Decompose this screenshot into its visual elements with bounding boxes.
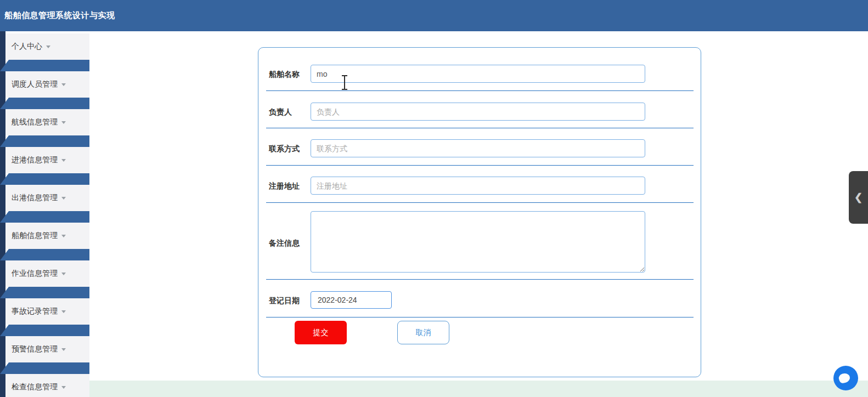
sidebar-divider-band [0, 325, 89, 336]
field-label-remarks: 备注信息 [269, 239, 307, 248]
top-header-bar: 船舶信息管理系统设计与实现 [0, 0, 868, 31]
chevron-down-icon [61, 197, 66, 200]
sidebar-divider-band [0, 211, 89, 223]
person-in-charge-input[interactable] [311, 103, 645, 121]
remarks-textarea[interactable] [311, 211, 645, 273]
app-title: 船舶信息管理系统设计与实现 [4, 10, 115, 21]
page: 船舶信息管理系统设计与实现 个人中心 调度人员管理 [0, 0, 868, 397]
row-divider [266, 317, 694, 317]
row-divider [266, 128, 694, 128]
chevron-down-icon [61, 159, 66, 162]
sidebar-item-label: 出港信息管理 [12, 193, 58, 203]
chevron-down-icon [61, 386, 66, 389]
footer-strip [89, 381, 868, 397]
sidebar-divider-band [0, 287, 89, 298]
sidebar-item-dispatcher-mgmt[interactable]: 调度人员管理 [5, 71, 89, 98]
sidebar-item-outbound-port-mgmt[interactable]: 出港信息管理 [5, 185, 89, 211]
field-label-registration-date: 登记日期 [269, 296, 307, 306]
sidebar-item-label: 预警信息管理 [12, 344, 58, 354]
chevron-down-icon [61, 310, 66, 313]
registered-address-input[interactable] [311, 177, 645, 195]
sidebar-divider-band [0, 98, 89, 109]
row-divider [266, 90, 694, 91]
sidebar-divider-band [0, 60, 89, 71]
sidebar-divider-band [0, 362, 89, 374]
field-label-contact: 联系方式 [269, 144, 307, 154]
sidebar-item-label: 调度人员管理 [12, 80, 58, 89]
row-divider [266, 165, 694, 166]
sidebar-divider-band [0, 173, 89, 185]
row-divider [266, 279, 694, 280]
registration-date-input[interactable] [311, 291, 392, 309]
sidebar-item-inspection-info-mgmt[interactable]: 检查信息管理 [5, 374, 89, 397]
sidebar-edge-strip [0, 31, 5, 397]
sidebar-item-route-info-mgmt[interactable]: 航线信息管理 [5, 109, 89, 135]
sidebar-item-label: 个人中心 [12, 42, 42, 52]
chat-bubble-icon [838, 372, 851, 384]
sidebar-item-accident-record-mgmt[interactable]: 事故记录管理 [5, 298, 89, 325]
sidebar-item-personal-center[interactable]: 个人中心 [5, 33, 89, 60]
sidebar-item-label: 进港信息管理 [12, 155, 58, 165]
submit-button[interactable]: 提交 [295, 321, 347, 344]
sidebar-item-label: 作业信息管理 [12, 269, 58, 279]
chevron-down-icon [61, 83, 66, 86]
ship-form-card: 船舶名称 负责人 联系方式 注册地址 备注信息 登记日期 提交 取消 [258, 47, 701, 377]
sidebar-item-ship-info-mgmt[interactable]: 船舶信息管理 [5, 223, 89, 249]
panel-collapse-handle[interactable]: ❮ [849, 171, 868, 224]
chat-assistant-button[interactable] [833, 366, 858, 390]
row-divider [266, 202, 694, 203]
sidebar-item-label: 船舶信息管理 [12, 231, 58, 241]
sidebar-item-inbound-port-mgmt[interactable]: 进港信息管理 [5, 147, 89, 173]
sidebar-item-label: 航线信息管理 [12, 117, 58, 127]
sidebar-divider-band [0, 135, 89, 147]
ship-name-input[interactable] [311, 65, 645, 83]
contact-input[interactable] [311, 139, 645, 157]
chevron-down-icon [61, 348, 66, 351]
sidebar-item-warning-info-mgmt[interactable]: 预警信息管理 [5, 336, 89, 362]
cancel-button[interactable]: 取消 [397, 321, 449, 344]
chevron-down-icon [61, 273, 66, 275]
chevron-left-icon: ❮ [854, 191, 863, 203]
field-label-registered-address: 注册地址 [269, 182, 307, 191]
chevron-down-icon [61, 121, 66, 124]
sidebar-item-label: 检查信息管理 [12, 382, 58, 392]
sidebar-item-operation-info-mgmt[interactable]: 作业信息管理 [5, 260, 89, 287]
chevron-down-icon [61, 235, 66, 237]
field-label-ship-name: 船舶名称 [269, 70, 307, 80]
sidebar-divider-band [0, 249, 89, 260]
chevron-down-icon [46, 46, 50, 48]
field-label-person-in-charge: 负责人 [269, 107, 307, 117]
sidebar-item-label: 事故记录管理 [12, 307, 58, 316]
